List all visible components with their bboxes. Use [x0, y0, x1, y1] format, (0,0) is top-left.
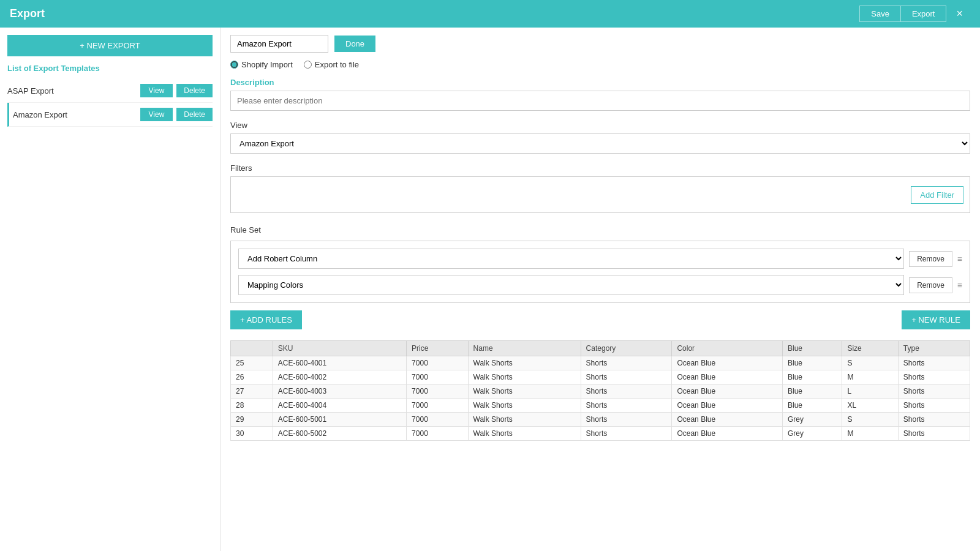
list-title: List of Export Templates [7, 64, 213, 73]
new-export-button[interactable]: + NEW EXPORT [7, 35, 213, 56]
cell-blue: Blue [783, 356, 842, 370]
cell-blue: Grey [783, 413, 842, 427]
cell-sku: ACE-600-5001 [273, 413, 406, 427]
rule-select-2[interactable]: Mapping Colors Add Robert Column Custom … [238, 275, 904, 295]
template-item-amazon: Amazon Export View Delete [7, 103, 213, 127]
cell-category: Shorts [581, 399, 672, 413]
cell-num: 30 [231, 427, 273, 441]
table-row: 27 ACE-600-4003 7000 Walk Shorts Shorts … [231, 384, 970, 399]
radio-file-input[interactable] [304, 61, 312, 69]
description-label: Description [230, 78, 970, 87]
header: Export Save Export × [0, 0, 980, 28]
save-button[interactable]: Save [859, 6, 900, 22]
radio-shopify-label: Shopify Import [241, 60, 293, 69]
delete-button-asap[interactable]: Delete [176, 84, 213, 97]
remove-button-2[interactable]: Remove [909, 277, 952, 293]
data-table-container: SKU Price Name Category Color Blue Size … [230, 340, 970, 441]
bottom-action-bar: + ADD RULES + NEW RULE [230, 310, 970, 335]
cell-price: 7000 [407, 384, 468, 399]
done-button[interactable]: Done [334, 36, 375, 52]
header-actions: Save Export × [859, 4, 970, 23]
view-button-amazon[interactable]: View [140, 108, 173, 121]
col-num [231, 341, 273, 356]
cell-color: Ocean Blue [672, 399, 783, 413]
table-row: 25 ACE-600-4001 7000 Walk Shorts Shorts … [231, 356, 970, 370]
col-blue: Blue [783, 341, 842, 356]
table-row: 29 ACE-600-5001 7000 Walk Shorts Shorts … [231, 413, 970, 427]
close-button[interactable]: × [949, 4, 970, 23]
cell-blue: Blue [783, 370, 842, 384]
cell-name: Walk Shorts [468, 427, 581, 441]
drag-icon-1: ≡ [957, 254, 962, 264]
cell-category: Shorts [581, 427, 672, 441]
template-name-asap: ASAP Export [7, 86, 140, 96]
filters-label: Filters [230, 163, 970, 173]
delete-button-amazon[interactable]: Delete [176, 108, 213, 121]
view-button-asap[interactable]: View [140, 84, 173, 97]
cell-name: Walk Shorts [468, 399, 581, 413]
col-category: Category [581, 341, 672, 356]
add-rules-button[interactable]: + ADD RULES [230, 310, 302, 329]
cell-sku: ACE-600-4001 [273, 356, 406, 370]
cell-color: Ocean Blue [672, 356, 783, 370]
cell-blue: Blue [783, 384, 842, 399]
rule-row-1: Add Robert Column Mapping Colors Custom … [238, 249, 962, 269]
table-row: 28 ACE-600-4004 7000 Walk Shorts Shorts … [231, 399, 970, 413]
description-input[interactable] [230, 91, 970, 111]
cell-sku: ACE-600-4004 [273, 399, 406, 413]
cell-num: 27 [231, 384, 273, 399]
col-price: Price [407, 341, 468, 356]
cell-sku: ACE-600-4002 [273, 370, 406, 384]
drag-icon-2: ≡ [957, 280, 962, 290]
cell-price: 7000 [407, 413, 468, 427]
data-table: SKU Price Name Category Color Blue Size … [230, 340, 970, 441]
ruleset-box: Add Robert Column Mapping Colors Custom … [230, 241, 970, 303]
page-title: Export [10, 7, 45, 20]
new-rule-button[interactable]: + NEW RULE [902, 310, 970, 329]
main-content: Done Shopify Import Export to file Descr… [221, 28, 980, 551]
view-select[interactable]: Amazon Export Default View Custom View [230, 133, 970, 154]
cell-type: Shorts [898, 399, 970, 413]
cell-blue: Grey [783, 427, 842, 441]
add-filter-button[interactable]: Add Filter [911, 186, 963, 204]
sidebar: + NEW EXPORT List of Export Templates AS… [0, 28, 221, 551]
cell-name: Walk Shorts [468, 384, 581, 399]
cell-color: Ocean Blue [672, 370, 783, 384]
cell-sku: ACE-600-5002 [273, 427, 406, 441]
cell-name: Walk Shorts [468, 413, 581, 427]
cell-blue: Blue [783, 399, 842, 413]
cell-category: Shorts [581, 384, 672, 399]
cell-category: Shorts [581, 413, 672, 427]
cell-size: XL [842, 399, 898, 413]
cell-size: L [842, 384, 898, 399]
cell-category: Shorts [581, 356, 672, 370]
rule-select-1[interactable]: Add Robert Column Mapping Colors Custom … [238, 249, 904, 269]
radio-shopify[interactable]: Shopify Import [230, 60, 293, 69]
export-button[interactable]: Export [900, 6, 947, 22]
cell-name: Walk Shorts [468, 370, 581, 384]
radio-file[interactable]: Export to file [304, 60, 359, 69]
cell-type: Shorts [898, 427, 970, 441]
cell-size: M [842, 370, 898, 384]
view-label: View [230, 121, 970, 130]
col-name: Name [468, 341, 581, 356]
cell-num: 28 [231, 399, 273, 413]
cell-type: Shorts [898, 413, 970, 427]
cell-price: 7000 [407, 399, 468, 413]
filters-box: Add Filter [230, 176, 970, 213]
cell-price: 7000 [407, 370, 468, 384]
col-color: Color [672, 341, 783, 356]
table-row: 26 ACE-600-4002 7000 Walk Shorts Shorts … [231, 370, 970, 384]
cell-category: Shorts [581, 370, 672, 384]
ruleset-label: Rule Set [230, 225, 970, 234]
export-name-input[interactable] [230, 35, 328, 53]
cell-num: 26 [231, 370, 273, 384]
cell-size: S [842, 413, 898, 427]
top-bar: Done [230, 35, 970, 53]
radio-shopify-input[interactable] [230, 61, 238, 69]
rule-row-2: Mapping Colors Add Robert Column Custom … [238, 275, 962, 295]
cell-size: S [842, 356, 898, 370]
remove-button-1[interactable]: Remove [909, 251, 952, 267]
cell-color: Ocean Blue [672, 413, 783, 427]
cell-price: 7000 [407, 356, 468, 370]
